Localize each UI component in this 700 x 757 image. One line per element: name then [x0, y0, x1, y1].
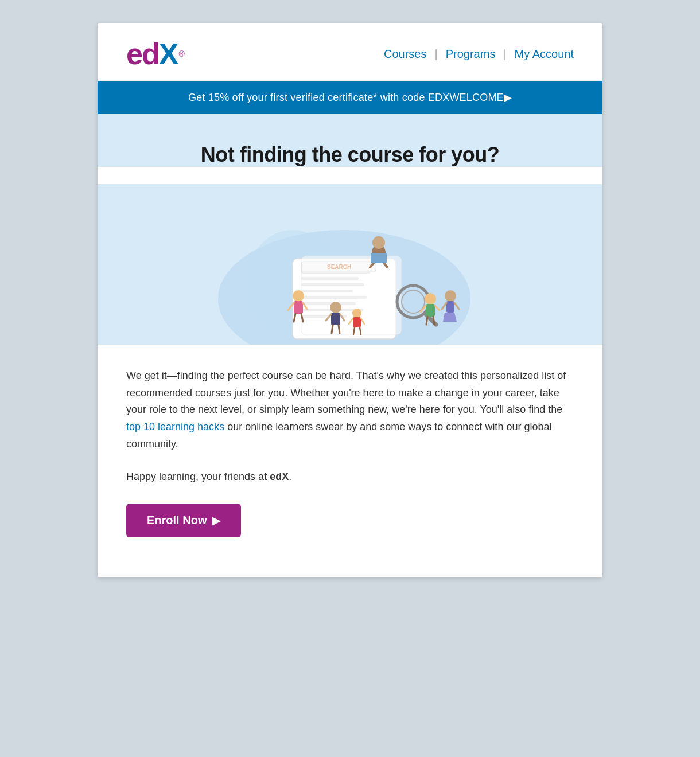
promo-arrow: ▶	[504, 92, 512, 103]
logo: edX ®	[126, 39, 185, 69]
svg-line-33	[339, 325, 340, 333]
nav-sep-1: |	[435, 48, 438, 61]
sign-off-prefix: Happy learning, your friends at	[126, 471, 270, 482]
svg-point-22	[293, 290, 304, 302]
nav-my-account[interactable]: My Account	[515, 48, 574, 61]
svg-point-28	[330, 302, 341, 313]
svg-point-46	[445, 290, 456, 302]
svg-rect-29	[331, 313, 340, 325]
logo-x: X	[159, 37, 178, 71]
body-text-before-link: We get it—finding the perfect course can…	[126, 370, 566, 415]
logo-ed: ed	[126, 37, 159, 71]
svg-marker-48	[443, 313, 457, 322]
nav-programs[interactable]: Programs	[446, 48, 496, 61]
body-paragraph: We get it—finding the perfect course can…	[126, 368, 574, 452]
enroll-now-button[interactable]: Enroll Now ▶	[126, 504, 241, 537]
sign-off: Happy learning, your friends at edX.	[126, 471, 574, 483]
hero-title: Not finding the course for you?	[126, 143, 574, 167]
svg-rect-41	[426, 304, 435, 317]
illustration-svg: SEARCH	[207, 207, 493, 345]
enroll-button-arrow: ▶	[212, 514, 220, 527]
svg-point-18	[372, 236, 385, 249]
email-header: edX ® Courses | Programs | My Account	[98, 23, 602, 81]
nav-courses[interactable]: Courses	[384, 48, 426, 61]
svg-line-32	[332, 325, 333, 333]
email-container: edX ® Courses | Programs | My Account Ge…	[98, 23, 602, 577]
logo-registered: ®	[178, 49, 184, 58]
hero-section: Not finding the course for you?	[98, 114, 602, 167]
svg-rect-35	[353, 317, 361, 327]
svg-line-44	[426, 317, 427, 325]
svg-point-34	[352, 309, 361, 318]
svg-rect-23	[294, 301, 303, 314]
svg-rect-47	[446, 301, 454, 313]
sign-off-suffix: .	[289, 471, 291, 482]
promo-banner[interactable]: Get 15% off your first verified certific…	[98, 81, 602, 114]
nav-links: Courses | Programs | My Account	[384, 48, 574, 61]
enroll-button-label: Enroll Now	[147, 514, 207, 527]
body-content: We get it—finding the perfect course can…	[98, 345, 602, 577]
nav-sep-2: |	[503, 48, 506, 61]
promo-text: Get 15% off your first verified certific…	[188, 92, 504, 103]
top-learning-hacks-link[interactable]: top 10 learning hacks	[126, 421, 224, 432]
sign-off-brand: edX	[270, 471, 289, 482]
svg-line-45	[433, 317, 434, 325]
svg-rect-21	[371, 253, 387, 263]
illustration-area: SEARCH	[98, 184, 602, 345]
svg-point-40	[425, 293, 436, 305]
